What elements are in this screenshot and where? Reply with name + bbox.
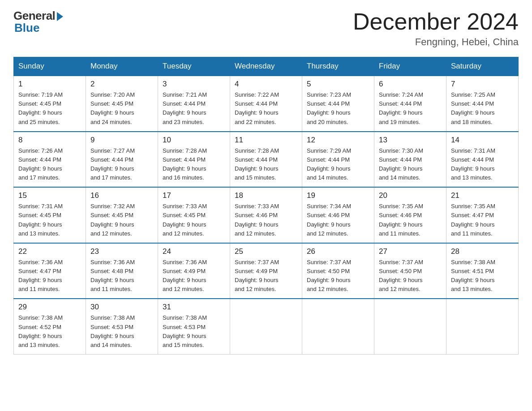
week-row-2: 8Sunrise: 7:26 AMSunset: 4:44 PMDaylight…	[14, 132, 519, 188]
day-info: Sunrise: 7:36 AMSunset: 4:48 PMDaylight:…	[90, 258, 153, 294]
day-info: Sunrise: 7:29 AMSunset: 4:44 PMDaylight:…	[307, 146, 369, 183]
day-info: Sunrise: 7:35 AMSunset: 4:46 PMDaylight:…	[379, 202, 442, 238]
day-info: Sunrise: 7:35 AMSunset: 4:47 PMDaylight:…	[451, 202, 514, 238]
day-info: Sunrise: 7:38 AMSunset: 4:53 PMDaylight:…	[90, 313, 153, 350]
day-info: Sunrise: 7:22 AMSunset: 4:44 PMDaylight:…	[235, 90, 297, 127]
calendar-cell: 6Sunrise: 7:24 AMSunset: 4:44 PMDaylight…	[374, 76, 446, 132]
day-info: Sunrise: 7:28 AMSunset: 4:44 PMDaylight:…	[235, 146, 297, 183]
day-number: 25	[235, 247, 297, 256]
day-number: 1	[18, 80, 81, 89]
calendar-cell: 11Sunrise: 7:28 AMSunset: 4:44 PMDayligh…	[230, 132, 302, 188]
day-info: Sunrise: 7:24 AMSunset: 4:44 PMDaylight:…	[379, 90, 442, 127]
calendar-cell: 27Sunrise: 7:37 AMSunset: 4:50 PMDayligh…	[374, 243, 446, 299]
col-header-wednesday: Wednesday	[230, 57, 302, 76]
day-number: 28	[451, 247, 514, 256]
calendar-cell: 20Sunrise: 7:35 AMSunset: 4:46 PMDayligh…	[374, 187, 446, 243]
day-info: Sunrise: 7:38 AMSunset: 4:52 PMDaylight:…	[18, 313, 81, 350]
calendar-cell: 4Sunrise: 7:22 AMSunset: 4:44 PMDaylight…	[230, 76, 302, 132]
day-info: Sunrise: 7:37 AMSunset: 4:50 PMDaylight:…	[307, 258, 369, 294]
calendar-cell: 2Sunrise: 7:20 AMSunset: 4:45 PMDaylight…	[86, 76, 158, 132]
day-info: Sunrise: 7:33 AMSunset: 4:45 PMDaylight:…	[163, 202, 225, 238]
day-info: Sunrise: 7:21 AMSunset: 4:44 PMDaylight:…	[163, 90, 225, 127]
day-number: 30	[90, 303, 153, 312]
day-number: 2	[90, 80, 153, 89]
day-info: Sunrise: 7:37 AMSunset: 4:50 PMDaylight:…	[379, 258, 442, 294]
day-info: Sunrise: 7:32 AMSunset: 4:45 PMDaylight:…	[90, 202, 153, 238]
col-header-friday: Friday	[374, 57, 446, 76]
calendar-cell: 25Sunrise: 7:37 AMSunset: 4:49 PMDayligh…	[230, 243, 302, 299]
day-number: 15	[18, 191, 81, 200]
calendar-cell: 23Sunrise: 7:36 AMSunset: 4:48 PMDayligh…	[86, 243, 158, 299]
day-number: 6	[379, 80, 442, 89]
day-info: Sunrise: 7:19 AMSunset: 4:45 PMDaylight:…	[18, 90, 81, 127]
week-row-3: 15Sunrise: 7:31 AMSunset: 4:45 PMDayligh…	[14, 187, 519, 243]
month-title: December 2024	[353, 9, 519, 34]
day-number: 22	[18, 247, 81, 256]
calendar-cell: 16Sunrise: 7:32 AMSunset: 4:45 PMDayligh…	[86, 187, 158, 243]
day-number: 31	[163, 303, 225, 312]
day-number: 4	[235, 80, 297, 89]
day-number: 19	[307, 191, 369, 200]
calendar-cell: 18Sunrise: 7:33 AMSunset: 4:46 PMDayligh…	[230, 187, 302, 243]
calendar-cell: 24Sunrise: 7:36 AMSunset: 4:49 PMDayligh…	[158, 243, 230, 299]
week-row-1: 1Sunrise: 7:19 AMSunset: 4:45 PMDaylight…	[14, 76, 519, 132]
calendar-cell: 13Sunrise: 7:30 AMSunset: 4:44 PMDayligh…	[374, 132, 446, 188]
week-row-5: 29Sunrise: 7:38 AMSunset: 4:52 PMDayligh…	[14, 299, 519, 354]
calendar-cell	[374, 299, 446, 354]
day-info: Sunrise: 7:33 AMSunset: 4:46 PMDaylight:…	[235, 202, 297, 238]
day-number: 8	[18, 136, 81, 145]
calendar-cell: 30Sunrise: 7:38 AMSunset: 4:53 PMDayligh…	[86, 299, 158, 354]
calendar-cell: 29Sunrise: 7:38 AMSunset: 4:52 PMDayligh…	[14, 299, 86, 354]
day-number: 26	[307, 247, 369, 256]
calendar-cell: 31Sunrise: 7:38 AMSunset: 4:53 PMDayligh…	[158, 299, 230, 354]
day-info: Sunrise: 7:31 AMSunset: 4:44 PMDaylight:…	[451, 146, 514, 183]
col-header-tuesday: Tuesday	[158, 57, 230, 76]
calendar-cell: 19Sunrise: 7:34 AMSunset: 4:46 PMDayligh…	[302, 187, 374, 243]
calendar-cell: 17Sunrise: 7:33 AMSunset: 4:45 PMDayligh…	[158, 187, 230, 243]
day-number: 29	[18, 303, 81, 312]
week-row-4: 22Sunrise: 7:36 AMSunset: 4:47 PMDayligh…	[14, 243, 519, 299]
logo-blue-text: Blue	[14, 21, 39, 35]
day-number: 27	[379, 247, 442, 256]
day-info: Sunrise: 7:36 AMSunset: 4:49 PMDaylight:…	[163, 258, 225, 294]
day-info: Sunrise: 7:28 AMSunset: 4:44 PMDaylight:…	[163, 146, 225, 183]
day-info: Sunrise: 7:30 AMSunset: 4:44 PMDaylight:…	[379, 146, 442, 183]
calendar-cell	[446, 299, 519, 354]
day-info: Sunrise: 7:38 AMSunset: 4:53 PMDaylight:…	[163, 313, 225, 350]
day-number: 12	[307, 136, 369, 145]
day-number: 24	[163, 247, 225, 256]
calendar-cell: 14Sunrise: 7:31 AMSunset: 4:44 PMDayligh…	[446, 132, 519, 188]
day-number: 21	[451, 191, 514, 200]
day-number: 9	[90, 136, 153, 145]
day-number: 11	[235, 136, 297, 145]
day-number: 7	[451, 80, 514, 89]
calendar-cell	[302, 299, 374, 354]
day-number: 13	[379, 136, 442, 145]
day-number: 16	[90, 191, 153, 200]
calendar-cell	[230, 299, 302, 354]
calendar-cell: 3Sunrise: 7:21 AMSunset: 4:44 PMDaylight…	[158, 76, 230, 132]
col-header-thursday: Thursday	[302, 57, 374, 76]
day-info: Sunrise: 7:23 AMSunset: 4:44 PMDaylight:…	[307, 90, 369, 127]
calendar-cell: 10Sunrise: 7:28 AMSunset: 4:44 PMDayligh…	[158, 132, 230, 188]
calendar-cell: 12Sunrise: 7:29 AMSunset: 4:44 PMDayligh…	[302, 132, 374, 188]
col-header-sunday: Sunday	[14, 57, 86, 76]
calendar-cell: 7Sunrise: 7:25 AMSunset: 4:44 PMDaylight…	[446, 76, 519, 132]
day-number: 17	[163, 191, 225, 200]
location-text: Fengning, Hebei, China	[353, 36, 519, 48]
day-info: Sunrise: 7:37 AMSunset: 4:49 PMDaylight:…	[235, 258, 297, 294]
day-info: Sunrise: 7:25 AMSunset: 4:44 PMDaylight:…	[451, 90, 514, 127]
day-info: Sunrise: 7:38 AMSunset: 4:51 PMDaylight:…	[451, 258, 514, 294]
calendar-cell: 9Sunrise: 7:27 AMSunset: 4:44 PMDaylight…	[86, 132, 158, 188]
calendar-table: SundayMondayTuesdayWednesdayThursdayFrid…	[13, 57, 519, 355]
day-info: Sunrise: 7:31 AMSunset: 4:45 PMDaylight:…	[18, 202, 81, 238]
calendar-cell: 22Sunrise: 7:36 AMSunset: 4:47 PMDayligh…	[14, 243, 86, 299]
day-info: Sunrise: 7:36 AMSunset: 4:47 PMDaylight:…	[18, 258, 81, 294]
day-number: 14	[451, 136, 514, 145]
day-number: 18	[235, 191, 297, 200]
calendar-cell: 26Sunrise: 7:37 AMSunset: 4:50 PMDayligh…	[302, 243, 374, 299]
title-block: December 2024 Fengning, Hebei, China	[353, 9, 519, 48]
day-info: Sunrise: 7:20 AMSunset: 4:45 PMDaylight:…	[90, 90, 153, 127]
day-number: 10	[163, 136, 225, 145]
logo: General Blue	[13, 9, 63, 35]
